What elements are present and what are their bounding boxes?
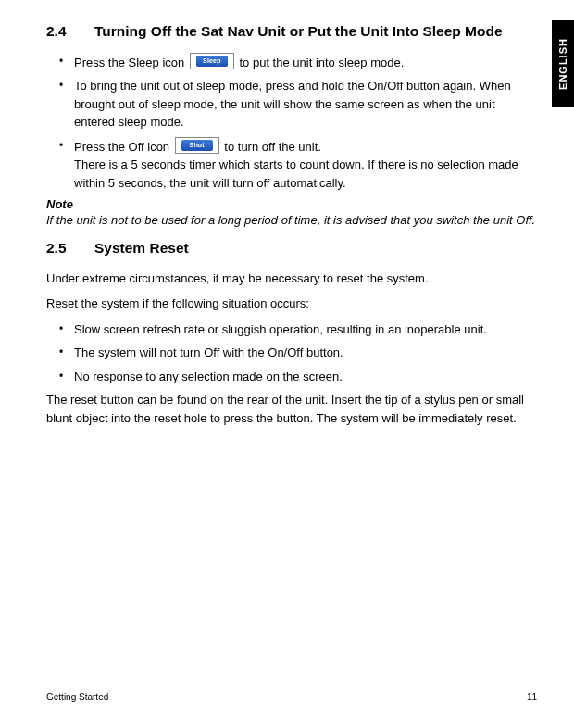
page-footer: Getting Started 11: [46, 684, 537, 702]
text: to put the unit into sleep mode.: [239, 56, 404, 69]
footer-left: Getting Started: [46, 692, 108, 702]
section-number: 2.5: [46, 239, 94, 258]
section-title: System Reset: [94, 239, 189, 258]
section-2-4-list: Press the Sleep icon Sleep to put the un…: [46, 53, 537, 193]
section-title: Turning Off the Sat Nav Unit or Put the …: [94, 22, 503, 42]
text: The system will not turn Off with the On…: [74, 345, 343, 359]
sleep-icon-label: Sleep: [196, 56, 228, 67]
paragraph: The reset button can be found on the rea…: [46, 391, 537, 427]
shut-icon-label: Shut: [181, 140, 213, 151]
language-tab-label: ENGLISH: [557, 38, 568, 90]
section-number: 2.4: [46, 22, 94, 42]
text: No response to any selection made on the…: [74, 370, 343, 383]
list-item: The system will not turn Off with the On…: [59, 344, 537, 362]
text: Press the Sleep icon: [74, 56, 188, 69]
text: Slow screen refresh rate or sluggish ope…: [74, 322, 487, 336]
list-item: No response to any selection made on the…: [59, 368, 537, 386]
list-item: Slow screen refresh rate or sluggish ope…: [59, 320, 537, 339]
text: To bring the unit out of sleep mode, pre…: [74, 79, 511, 129]
list-item: Press the Off icon Shut to turn off the …: [59, 137, 537, 193]
page-number: 11: [527, 692, 537, 702]
section-2-5-list: Slow screen refresh rate or sluggish ope…: [46, 320, 537, 386]
section-2-4-heading: 2.4 Turning Off the Sat Nav Unit or Put …: [46, 22, 537, 42]
paragraph: Reset the system if the following situat…: [46, 295, 537, 313]
sleep-icon: Sleep: [190, 53, 234, 69]
text: There is a 5 seconds timer which starts …: [74, 157, 518, 190]
text: to turn off the unit.: [224, 140, 321, 154]
note-label: Note: [46, 197, 537, 211]
list-item: To bring the unit out of sleep mode, pre…: [59, 77, 537, 132]
paragraph: Under extreme circumstances, it may be n…: [46, 270, 537, 288]
list-item: Press the Sleep icon Sleep to put the un…: [59, 53, 537, 72]
text: Press the Off icon: [74, 140, 173, 154]
note-text: If the unit is not to be used for a long…: [46, 211, 537, 230]
page: ENGLISH 2.4 Turning Off the Sat Nav Unit…: [0, 0, 574, 728]
language-tab: ENGLISH: [552, 20, 574, 107]
section-2-5-heading: 2.5 System Reset: [46, 239, 537, 258]
shut-icon: Shut: [175, 137, 219, 154]
